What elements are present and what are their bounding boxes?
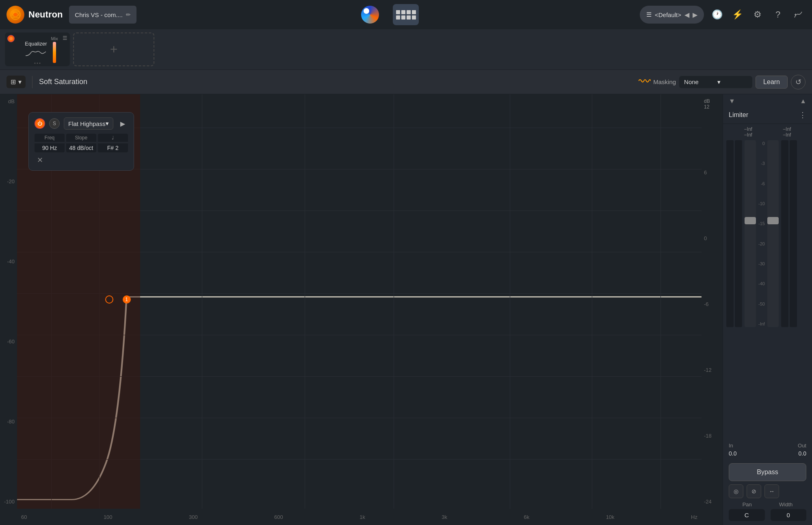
panel-collapse-row: ▼ ▲ (723, 94, 812, 106)
next-preset-button[interactable]: ▶ (693, 11, 697, 19)
grid-h-3 (17, 210, 702, 211)
module-bar: Equalizer Mix ☰ + (0, 29, 812, 70)
in-label: In (729, 443, 733, 449)
orb-view-button[interactable] (357, 4, 383, 25)
out-meter-bar-right (790, 140, 797, 327)
refresh-icon: ↺ (795, 78, 801, 87)
refresh-button[interactable]: ↺ (791, 75, 806, 89)
top-center-nav (143, 4, 633, 25)
pan-width-values: C 0 (723, 509, 812, 525)
phase-icon-button[interactable]: ⊘ (747, 484, 761, 498)
logo-area: Neutron (6, 6, 63, 24)
grid-v-6 (510, 94, 510, 509)
phase-icon: ⊘ (751, 488, 756, 495)
freq-10k: 10k (606, 514, 615, 520)
pan-width-icon-row: ◎ ⊘ ↔ (723, 484, 812, 501)
slope-label-cell: Slope (66, 134, 96, 142)
toolbar: ⊞ ▾ Soft Saturation Masking None ▾ Learn… (0, 70, 812, 94)
meter-top-labels: −Inf −Inf −Inf −Inf (723, 124, 812, 139)
prev-preset-button[interactable]: ◀ (684, 11, 689, 19)
in-out-values: 0.0 0.0 (723, 450, 812, 460)
grid-h-6 (17, 335, 702, 335)
module-name-label: Soft Saturation (39, 78, 87, 86)
delete-icon: ✕ (37, 156, 43, 164)
in-meter-bar-left (726, 140, 734, 327)
eq-area: dB -20 -40 -60 -80 -100 (0, 94, 723, 525)
eq-hamburger-icon[interactable]: ☰ (63, 35, 67, 41)
width-icon-button[interactable]: ↔ (764, 484, 779, 498)
edit-preset-icon: ✏ (126, 11, 131, 18)
band-grid-icon: ⊞ (11, 78, 16, 86)
eq-band-handle-1[interactable]: 1 (123, 295, 131, 304)
meters-container: 0 -3 -6 -10 -15 -20 -30 -40 -50 -Inf (723, 139, 812, 441)
eq-power-button[interactable] (7, 35, 15, 42)
equalizer-module[interactable]: Equalizer Mix ☰ (5, 33, 70, 66)
out-gain-slider[interactable] (767, 140, 779, 327)
freq-value-cell[interactable]: 90 Hz (35, 143, 65, 152)
in-gain-thumb[interactable] (745, 217, 756, 224)
meter-inf-1: −Inf (744, 126, 752, 132)
freq-60: 60 (21, 514, 27, 520)
pan-icon-button[interactable]: ◎ (729, 484, 743, 498)
grid-v-8 (660, 94, 661, 509)
collapse-up-button[interactable]: ▲ (800, 98, 806, 105)
app-name: Neutron (28, 9, 63, 20)
mix-label: Mix (51, 36, 58, 41)
band-play-button[interactable]: ▶ (117, 118, 128, 129)
band-delete-button[interactable]: ✕ (35, 155, 45, 165)
eq-waveform-icon (26, 48, 46, 58)
freq-1k: 1k (359, 514, 365, 520)
history-button[interactable]: 🕐 (710, 7, 724, 22)
width-value-box[interactable]: 0 (771, 509, 807, 521)
in-meter (726, 140, 742, 327)
freq-300: 300 (189, 514, 198, 520)
neutron-logo (6, 6, 24, 24)
collapse-down-button[interactable]: ▼ (729, 98, 735, 105)
masking-text: Masking (653, 78, 676, 85)
limiter-header: Limiter ⋮ (723, 106, 812, 124)
in-gain-slider[interactable] (745, 140, 756, 327)
top-right-controls: ☰ <Default> ◀ ▶ 🕐 ⚡ ⚙ ? (640, 6, 806, 24)
lightning-button[interactable]: ⚡ (730, 7, 745, 22)
menu-icon: ☰ (646, 11, 652, 18)
freq-6k: 6k (524, 514, 529, 520)
out-gain-thumb[interactable] (767, 217, 779, 224)
db-labels-right: dB12 6 0 -6 -12 -18 -24 (702, 94, 723, 509)
band-type-arrow: ▾ (106, 120, 109, 127)
note-value-cell[interactable]: F# 2 (98, 143, 128, 152)
settings-button[interactable]: ⚙ (750, 7, 765, 22)
drag-handle (35, 63, 41, 64)
band-dropdown-icon: ▾ (18, 78, 22, 86)
meter-inf-2: −Inf (744, 132, 752, 138)
meter-top-right: −Inf −Inf (783, 126, 791, 138)
grid-view-button[interactable] (393, 4, 419, 25)
grid-v-4 (305, 94, 305, 509)
solo-icon: S (53, 121, 56, 126)
limiter-menu-button[interactable]: ⋮ (799, 111, 806, 119)
in-out-labels: In Out (723, 441, 812, 450)
band-type-select[interactable]: Flat Highpass ▾ (64, 117, 113, 130)
default-preset-label: <Default> (655, 11, 681, 18)
width-label: Width (779, 501, 793, 508)
pan-value-box[interactable]: C (729, 509, 765, 521)
masking-select[interactable]: None ▾ (679, 76, 752, 88)
add-module-button[interactable]: + (73, 33, 154, 66)
grid-h-8 (17, 418, 702, 418)
band-select-button[interactable]: ⊞ ▾ (6, 76, 26, 88)
slope-value-cell[interactable]: 48 dB/oct (66, 143, 96, 152)
width-arrows-icon: ↔ (769, 488, 775, 495)
signal-button[interactable] (791, 7, 806, 22)
freq-label-cell: Freq (35, 134, 65, 142)
preset-name-button[interactable]: Chris VS - com.... ✏ (69, 6, 136, 24)
limiter-panel: ▼ ▲ Limiter ⋮ −Inf −Inf −Inf −Inf (723, 94, 812, 525)
bypass-button[interactable]: Bypass (729, 463, 806, 481)
help-button[interactable]: ? (771, 7, 785, 22)
band-solo-button[interactable]: S (49, 118, 60, 129)
meter-scale: 0 -3 -6 -10 -15 -20 -30 -40 -50 -Inf (758, 140, 765, 327)
learn-button[interactable]: Learn (756, 76, 788, 89)
top-bar: Neutron Chris VS - com.... ✏ ☰ <Default>… (0, 0, 812, 29)
freq-hz: Hz (691, 514, 697, 520)
eq-band-handle-outer[interactable] (105, 295, 113, 304)
band-power-button[interactable]: ⏻ (35, 118, 45, 129)
grid-h-9 (17, 459, 702, 460)
